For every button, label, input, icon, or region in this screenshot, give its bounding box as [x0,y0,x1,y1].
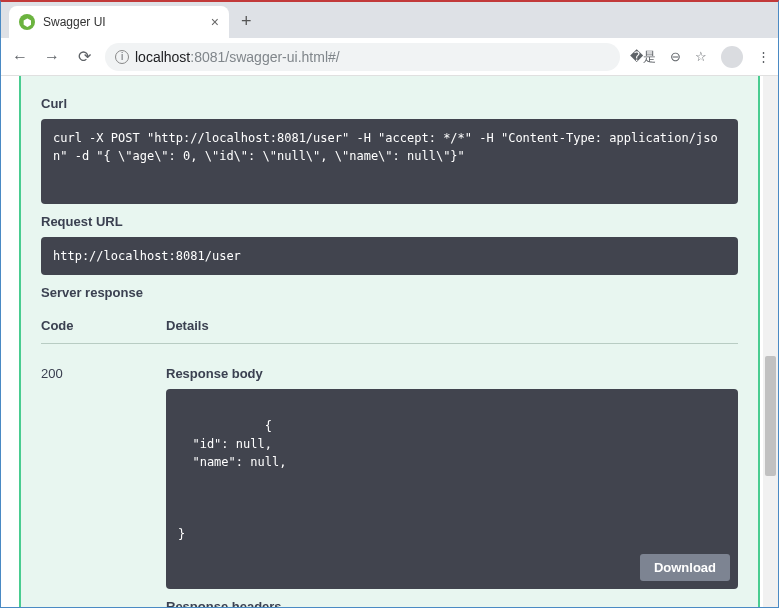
browser-window: — ☐ ✕ ⬢ Swagger UI × + ← → ⟳ i localhost… [0,0,779,608]
browser-toolbar: ← → ⟳ i localhost:8081/swagger-ui.html#/… [1,38,778,76]
translate-icon[interactable]: �是 [630,48,656,66]
col-code-header: Code [41,318,166,333]
curl-label: Curl [41,96,738,111]
scrollbar-track[interactable] [763,76,778,607]
swagger-favicon-icon: ⬢ [19,14,35,30]
url-port: :8081 [190,49,225,65]
toolbar-right: �是 ⊖ ☆ ⋮ [630,46,770,68]
download-button[interactable]: Download [640,554,730,581]
forward-button[interactable]: → [41,46,63,68]
tab-title: Swagger UI [43,15,203,29]
page-content: Curl curl -X POST "http://localhost:8081… [1,76,778,607]
response-row: 200 Response body { "id": null, "name": … [41,366,738,607]
response-table-header: Code Details [41,318,738,344]
response-body-box[interactable]: { "id": null, "name": null, } Download [166,389,738,589]
menu-icon[interactable]: ⋮ [757,49,770,64]
col-details-header: Details [166,318,209,333]
close-tab-icon[interactable]: × [211,14,219,30]
bookmark-icon[interactable]: ☆ [695,49,707,64]
zoom-icon[interactable]: ⊖ [670,49,681,64]
site-info-icon[interactable]: i [115,50,129,64]
url-path: /swagger-ui.html#/ [225,49,339,65]
url-host: localhost [135,49,190,65]
curl-command-box[interactable]: curl -X POST "http://localhost:8081/user… [41,119,738,204]
response-code: 200 [41,366,166,607]
response-body-text: { "id": null, "name": null, } [178,419,286,541]
browser-tab[interactable]: ⬢ Swagger UI × [9,6,229,38]
tab-bar: — ☐ ✕ ⬢ Swagger UI × + [1,2,778,38]
response-headers-label: Response headers [166,599,738,607]
swagger-response-panel: Curl curl -X POST "http://localhost:8081… [19,76,760,607]
response-details: Response body { "id": null, "name": null… [166,366,738,607]
server-response-label: Server response [41,285,738,300]
back-button[interactable]: ← [9,46,31,68]
reload-button[interactable]: ⟳ [73,46,95,68]
response-body-label: Response body [166,366,738,381]
profile-avatar[interactable] [721,46,743,68]
request-url-label: Request URL [41,214,738,229]
request-url-box[interactable]: http://localhost:8081/user [41,237,738,275]
scrollbar-thumb[interactable] [765,356,776,476]
new-tab-button[interactable]: + [241,11,252,32]
address-bar[interactable]: i localhost:8081/swagger-ui.html#/ [105,43,620,71]
